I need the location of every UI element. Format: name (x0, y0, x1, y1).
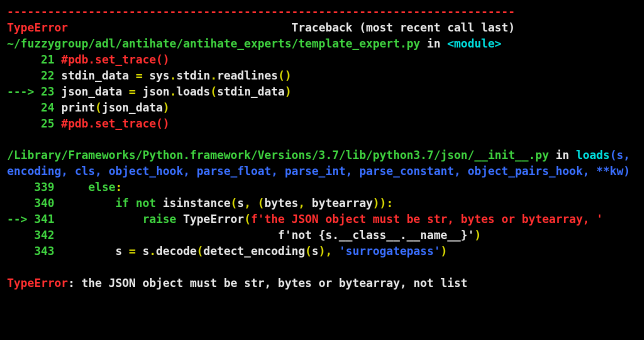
frame1-path: ~/fuzzygroup/adl/antihate/antihate_exper… (7, 37, 420, 50)
exception-name: TypeError (7, 21, 68, 34)
lineno: 343 (34, 244, 54, 258)
code-line: #pdb.set_trace() (54, 117, 170, 130)
python-traceback: ----------------------------------------… (0, 0, 644, 296)
current-line-arrow: --> (7, 212, 34, 226)
traceback-label: Traceback (most recent call last) (292, 21, 515, 34)
lineno: 21 (41, 53, 54, 66)
code-line: #pdb.set_trace() (54, 53, 170, 66)
final-exception-msg: the JSON object must be str, bytes or by… (82, 276, 468, 290)
frame2-path: /Library/Frameworks/Python.framework/Ver… (7, 148, 549, 162)
traceback-divider: ----------------------------------------… (7, 5, 515, 18)
frame2-func: loads (576, 148, 610, 162)
frame1-module: <module> (448, 37, 502, 50)
lineno: 340 (34, 196, 54, 210)
lineno: 24 (41, 101, 54, 114)
lineno: 22 (41, 69, 54, 82)
lineno: 339 (34, 180, 54, 194)
lineno: 342 (34, 228, 54, 242)
lineno: 341 (34, 212, 54, 226)
current-line-arrow: ---> (7, 85, 41, 98)
lineno: 23 (41, 85, 54, 98)
final-exception-name: TypeError (7, 276, 68, 290)
lineno: 25 (41, 117, 54, 130)
